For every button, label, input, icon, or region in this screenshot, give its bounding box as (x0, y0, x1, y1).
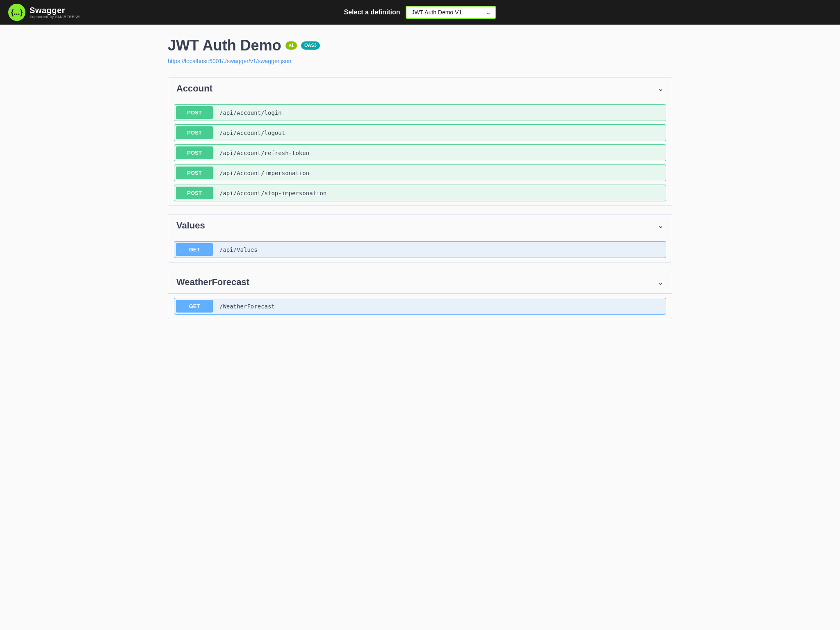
method-badge-post: POST (176, 187, 213, 199)
header: {...} Swagger Supported by SMARTBEAR Sel… (0, 0, 840, 25)
endpoint-path-account-stop-impersonation: /api/Account/stop-impersonation (216, 186, 666, 201)
api-title-row: JWT Auth Demo v1 OAS3 (168, 37, 672, 54)
endpoint-path-values: /api/Values (216, 242, 666, 257)
badge-oas3: OAS3 (301, 41, 320, 49)
section-title-values: Values (176, 220, 205, 231)
select-definition-label: Select a definition (344, 9, 400, 16)
chevron-down-icon-account: ⌄ (657, 84, 664, 93)
endpoint-path-weatherforecast: /WeatherForecast (216, 299, 666, 314)
method-badge-get: GET (176, 300, 213, 313)
method-badge-post: POST (176, 146, 213, 159)
chevron-down-icon-weatherforecast: ⌄ (657, 278, 664, 287)
endpoint-values-get[interactable]: GET /api/Values (174, 241, 666, 258)
endpoint-account-refresh-token[interactable]: POST /api/Account/refresh-token (174, 144, 666, 161)
method-badge-post: POST (176, 126, 213, 139)
section-title-account: Account (176, 83, 212, 94)
header-definition-selector: Select a definition JWT Auth Demo V1 ⌄ (344, 6, 496, 19)
definition-select[interactable]: JWT Auth Demo V1 (406, 6, 496, 19)
section-body-account: POST /api/Account/login POST /api/Accoun… (168, 100, 672, 205)
section-header-values[interactable]: Values ⌄ (168, 215, 672, 237)
section-header-account[interactable]: Account ⌄ (168, 78, 672, 100)
endpoint-path-account-refresh-token: /api/Account/refresh-token (216, 146, 666, 160)
main-content: JWT Auth Demo v1 OAS3 https://localhost:… (160, 25, 680, 340)
section-values: Values ⌄ GET /api/Values (168, 214, 672, 262)
section-body-weatherforecast: GET /WeatherForecast (168, 294, 672, 319)
api-title-section: JWT Auth Demo v1 OAS3 https://localhost:… (168, 37, 672, 65)
method-badge-post: POST (176, 167, 213, 179)
section-body-values: GET /api/Values (168, 237, 672, 262)
section-title-weatherforecast: WeatherForecast (176, 277, 249, 288)
section-header-weatherforecast[interactable]: WeatherForecast ⌄ (168, 271, 672, 294)
endpoint-path-account-impersonation: /api/Account/impersonation (216, 166, 666, 180)
section-account: Account ⌄ POST /api/Account/login POST /… (168, 77, 672, 206)
header-brand: {...} Swagger Supported by SMARTBEAR (8, 4, 80, 21)
definition-select-wrapper[interactable]: JWT Auth Demo V1 ⌄ (406, 6, 496, 19)
endpoint-account-stop-impersonation[interactable]: POST /api/Account/stop-impersonation (174, 185, 666, 201)
swagger-logo: {...} (8, 4, 25, 21)
chevron-down-icon-values: ⌄ (657, 221, 664, 230)
endpoint-weatherforecast-get[interactable]: GET /WeatherForecast (174, 298, 666, 315)
endpoint-account-impersonation[interactable]: POST /api/Account/impersonation (174, 164, 666, 181)
swagger-title-wrap: Swagger Supported by SMARTBEAR (30, 6, 80, 19)
swagger-brand-subtitle: Supported by SMARTBEAR (30, 15, 80, 19)
method-badge-post: POST (176, 106, 213, 119)
endpoint-account-login[interactable]: POST /api/Account/login (174, 104, 666, 121)
api-title: JWT Auth Demo (168, 37, 281, 54)
endpoint-path-account-login: /api/Account/login (216, 105, 666, 120)
method-badge-get: GET (176, 243, 213, 256)
badge-v1: v1 (285, 41, 297, 49)
endpoint-path-account-logout: /api/Account/logout (216, 126, 666, 140)
endpoint-account-logout[interactable]: POST /api/Account/logout (174, 124, 666, 141)
swagger-brand-name: Swagger (30, 6, 80, 15)
swagger-logo-icon: {...} (11, 9, 23, 16)
section-weatherforecast: WeatherForecast ⌄ GET /WeatherForecast (168, 271, 672, 319)
api-url[interactable]: https://localhost:5001/./swagger/v1/swag… (168, 58, 291, 64)
